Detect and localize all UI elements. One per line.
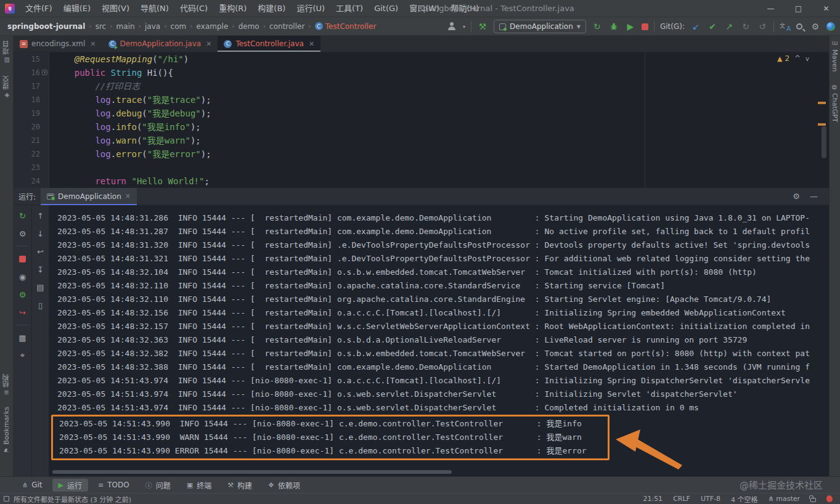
console-output[interactable]: 2023-05-05 14:48:31.286 INFO 15444 --- [… xyxy=(49,205,829,476)
notification-icon[interactable] xyxy=(826,495,833,502)
profile-icon[interactable] xyxy=(447,22,456,31)
run-icon: ▶ xyxy=(59,481,63,489)
menu-item-U[interactable]: 运行(U) xyxy=(291,0,330,17)
translate-icon[interactable]: 文A xyxy=(780,22,791,31)
error-stripe-mark[interactable] xyxy=(818,123,826,126)
stripe-item-结构[interactable]: ≣结构 xyxy=(2,373,12,394)
git-branch[interactable]: ⋔ master xyxy=(768,495,800,503)
console-line: 2023-05-05 14:51:43.990 WARN 15444 --- [… xyxy=(53,431,608,444)
breadcrumb-item[interactable]: src xyxy=(96,22,107,31)
tab-label: DemoApplication.java xyxy=(120,39,202,48)
git-update-icon[interactable]: ↙ xyxy=(690,21,701,32)
status-window-icon[interactable] xyxy=(4,496,9,502)
clear-console-trash-icon[interactable]: ▯ xyxy=(35,299,46,311)
maximize-button[interactable]: □ xyxy=(785,0,812,17)
menu-item-GitG[interactable]: Git(G) xyxy=(369,0,404,17)
tool-window-button-Git[interactable]: ⋔Git xyxy=(16,479,49,492)
menu-item-C[interactable]: 代码(C) xyxy=(174,0,213,17)
layout-settings-icon[interactable]: ▦ xyxy=(17,332,28,343)
hide-panel-icon[interactable]: — xyxy=(810,192,818,201)
soft-wrap-icon[interactable]: ↩ xyxy=(35,246,46,257)
lock-icon[interactable] xyxy=(810,498,816,502)
update-running-app-icon[interactable]: ⚙ xyxy=(17,289,28,300)
tab-TestController.java[interactable]: CTestController.java✕ xyxy=(218,36,320,52)
debug-bug-icon[interactable] xyxy=(608,21,619,32)
stripe-item-Bookmarks[interactable]: ⚑Bookmarks xyxy=(2,407,10,453)
console-horizontal-scrollbar[interactable] xyxy=(52,470,452,474)
menu-item-T[interactable]: 工具(T) xyxy=(330,0,369,17)
stripe-item-ChatGPT[interactable]: ◍ChatGPT xyxy=(831,84,839,123)
print-icon[interactable]: ▤ xyxy=(35,282,46,293)
close-icon[interactable]: ✕ xyxy=(206,40,211,48)
up-stack-trace-icon[interactable]: ↑ xyxy=(35,210,46,221)
close-icon[interactable]: ✕ xyxy=(309,40,314,48)
breadcrumb-current[interactable]: TestController xyxy=(325,22,377,31)
git-menu-label[interactable]: Git(G): xyxy=(660,22,685,31)
stop-icon[interactable] xyxy=(17,253,28,264)
run-configuration-select[interactable]: DemoApplication ▼ xyxy=(494,20,586,33)
exit-icon[interactable]: ↪ xyxy=(17,307,28,318)
run-tab[interactable]: DemoApplication ✕ xyxy=(41,188,137,205)
scroll-to-end-icon[interactable]: ↧ xyxy=(35,264,46,275)
git-push-icon[interactable]: ↗ xyxy=(724,21,735,32)
error-stripe-mark[interactable] xyxy=(818,102,826,104)
menu-item-N[interactable]: 导航(N) xyxy=(135,0,174,17)
build-hammer-icon[interactable]: ⚒ xyxy=(477,21,488,32)
menu-item-B[interactable]: 构建(B) xyxy=(252,0,291,17)
menu-item-E[interactable]: 编辑(E) xyxy=(58,0,96,17)
breadcrumb-item[interactable]: main xyxy=(116,22,135,31)
menu-item-R[interactable]: 重构(R) xyxy=(213,0,252,17)
fold-marker-icon[interactable]: v xyxy=(42,70,47,75)
tool-window-button-终端[interactable]: ▣终端 xyxy=(181,479,218,492)
close-icon[interactable]: ✕ xyxy=(90,40,96,48)
tool-window-button-TODO[interactable]: ≡TODO xyxy=(92,479,136,492)
close-icon[interactable]: ✕ xyxy=(125,192,131,200)
search-icon[interactable] xyxy=(796,23,802,30)
stripe-item-提交[interactable]: ◈提交 xyxy=(2,76,12,99)
stripe-item-项目[interactable]: ▤项目 xyxy=(2,41,12,63)
file-encoding[interactable]: UTF-8 xyxy=(701,495,720,503)
edit-configuration-wrench-icon[interactable]: ⚙ xyxy=(17,228,28,239)
line-separator[interactable]: CRLF xyxy=(673,495,690,503)
breadcrumb-item[interactable]: example xyxy=(197,22,229,31)
class-icon: C xyxy=(224,40,232,48)
breadcrumb-item[interactable]: demo xyxy=(239,22,259,31)
stop-icon[interactable] xyxy=(642,23,648,30)
history-clock-icon[interactable]: ↻ xyxy=(740,21,751,32)
menu-item-F[interactable]: 文件(F) xyxy=(20,0,58,17)
breadcrumb-item[interactable]: java xyxy=(145,22,160,31)
indent-setting[interactable]: 4 个空格 xyxy=(731,494,758,504)
down-stack-trace-icon[interactable]: ↓ xyxy=(35,228,46,239)
editor-code-area[interactable]: @RequestMapping("/hi") public String Hi(… xyxy=(49,52,829,188)
minimize-button[interactable]: — xyxy=(757,0,785,17)
gear-icon[interactable]: ⚙ xyxy=(810,21,821,32)
prev-problem-icon[interactable]: ^ xyxy=(794,54,801,63)
pin-icon[interactable]: ⌖ xyxy=(17,350,28,361)
tool-window-button-构建[interactable]: ⚒构建 xyxy=(221,479,258,492)
tool-window-button-问题[interactable]: ⓘ问题 xyxy=(139,479,177,492)
rerun-application-icon[interactable]: ↻ xyxy=(17,210,28,221)
editor-scrollbar[interactable] xyxy=(822,126,826,158)
rollback-icon[interactable]: ↺ xyxy=(757,21,768,32)
caret-position[interactable]: 21:51 xyxy=(643,495,663,503)
tab-encodings.xml[interactable]: ≡encodings.xml✕ xyxy=(14,36,102,52)
tool-window-button-运行[interactable]: ▶运行 xyxy=(52,479,88,492)
tool-window-button-依赖项[interactable]: ❖依赖项 xyxy=(262,479,306,492)
menu-item-V[interactable]: 视图(V) xyxy=(96,0,135,17)
close-button[interactable]: ✕ xyxy=(812,0,840,17)
run-with-coverage-icon[interactable]: ▶ xyxy=(625,21,636,32)
tab-DemoApplication.java[interactable]: CDemoApplication.java✕ xyxy=(102,36,218,52)
code-editor[interactable]: 1516v1718192021222324 @RequestMapping("/… xyxy=(14,52,829,188)
line-number: 19 xyxy=(14,107,49,120)
breadcrumb-item[interactable]: com xyxy=(171,22,187,31)
panel-settings-gear-icon[interactable]: ⚙ xyxy=(793,192,800,201)
thread-dump-camera-icon[interactable]: ◉ xyxy=(17,271,28,282)
plugin-icon[interactable] xyxy=(826,22,835,31)
stripe-item-Maven[interactable]: mMaven xyxy=(831,41,839,71)
inspection-widget[interactable]: ▲ 2 ^ v xyxy=(777,54,809,63)
breadcrumb-item[interactable]: springboot-journal xyxy=(7,22,85,31)
rerun-icon[interactable]: ↻ xyxy=(592,21,603,32)
breadcrumb-item[interactable]: controller xyxy=(269,22,304,31)
git-commit-check-icon[interactable]: ✔ xyxy=(707,21,718,32)
next-problem-icon[interactable]: v xyxy=(805,55,809,62)
